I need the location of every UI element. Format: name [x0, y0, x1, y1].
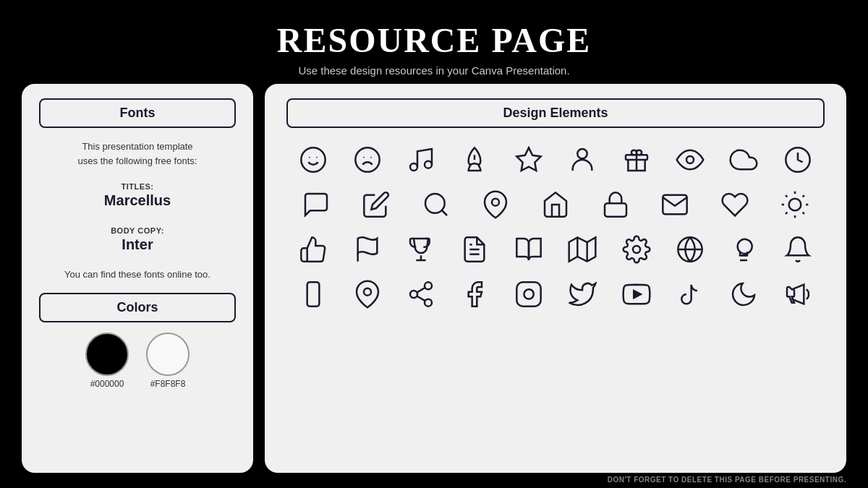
- megaphone-icon: [779, 275, 817, 313]
- settings-icon: [618, 231, 655, 268]
- svg-rect-18: [605, 203, 626, 216]
- home-icon: [537, 186, 574, 223]
- fonts-description: This presentation templateuses the follo…: [39, 140, 236, 168]
- color-swatch-black: [85, 333, 129, 376]
- svg-point-41: [425, 282, 432, 289]
- instagram-icon: [510, 275, 548, 313]
- heart-icon: [716, 186, 754, 223]
- document-icon: [456, 231, 493, 268]
- page-subtitle: Use these design resources in your Canva…: [277, 64, 592, 77]
- svg-point-42: [410, 291, 417, 298]
- facebook-icon: [456, 275, 493, 313]
- svg-line-22: [786, 195, 787, 197]
- star-icon: [510, 141, 548, 179]
- twitter-icon: [563, 275, 601, 313]
- rocket-icon: [456, 141, 493, 179]
- youtube-icon: [618, 275, 655, 313]
- svg-point-5: [370, 157, 372, 158]
- globe-icon: [671, 231, 709, 268]
- page-title: RESOURCE PAGE: [277, 20, 592, 60]
- page-header: RESOURCE PAGE Use these design resources…: [277, 0, 592, 84]
- lightbulb-icon: [725, 231, 762, 268]
- person-icon: [563, 141, 601, 179]
- color-item-black: #000000: [85, 333, 129, 389]
- svg-point-15: [425, 194, 445, 213]
- tiktok-icon: [671, 275, 709, 313]
- music-icon: [402, 141, 440, 179]
- gift-icon: [618, 141, 655, 179]
- svg-point-6: [410, 163, 417, 171]
- svg-point-19: [788, 199, 801, 211]
- svg-line-23: [802, 213, 804, 214]
- location-icon: [349, 275, 386, 313]
- colors-header: Colors: [39, 293, 236, 322]
- book-icon: [510, 231, 548, 268]
- fonts-note: You can find these fonts online too.: [39, 269, 236, 280]
- svg-point-40: [364, 288, 371, 296]
- clock-icon: [779, 141, 817, 179]
- svg-point-43: [425, 299, 432, 307]
- sun-icon: [776, 186, 814, 223]
- svg-point-35: [633, 246, 640, 253]
- color-swatches: #000000 #F8F8F8: [39, 333, 236, 389]
- svg-line-26: [786, 213, 787, 214]
- mail-icon: [656, 186, 694, 223]
- design-elements-header: Design Elements: [286, 98, 825, 128]
- icons-row-3: [286, 231, 825, 268]
- search-icon: [417, 186, 455, 223]
- svg-point-4: [363, 157, 365, 158]
- icons-row-4: [286, 275, 825, 313]
- color-hex-black: #000000: [90, 379, 124, 389]
- bell-icon: [779, 231, 817, 268]
- svg-point-17: [492, 199, 499, 206]
- sad-icon: [349, 141, 386, 179]
- map-icon: [563, 231, 601, 268]
- flag-icon: [349, 231, 386, 268]
- lock-icon: [597, 186, 634, 223]
- trophy-icon: [402, 231, 440, 268]
- svg-line-27: [802, 195, 804, 197]
- icons-grid: [286, 141, 825, 313]
- colors-section: Colors #000000 #F8F8F8: [39, 293, 236, 389]
- body-font-label: BODY COPY:: [111, 226, 164, 235]
- body-font-name: Inter: [39, 236, 236, 253]
- svg-marker-9: [516, 147, 540, 171]
- title-font-name: Marcellus: [39, 192, 236, 209]
- pencil-icon: [357, 186, 395, 223]
- thumbsup-icon: [294, 231, 332, 268]
- footer-note: DON'T FORGET TO DELETE THIS PAGE BEFORE …: [0, 473, 868, 488]
- color-swatch-white: [146, 333, 190, 376]
- left-panel: Fonts This presentation templateuses the…: [22, 84, 253, 473]
- title-font-label: TITLES:: [121, 182, 153, 191]
- chat-icon: [297, 186, 335, 223]
- color-hex-white: #F8F8F8: [150, 379, 186, 389]
- moon-icon: [725, 275, 762, 313]
- svg-point-1: [309, 157, 310, 158]
- eye-icon: [671, 141, 709, 179]
- svg-point-3: [355, 147, 379, 171]
- mobile-icon: [294, 275, 332, 313]
- share-icon: [402, 275, 440, 313]
- svg-point-13: [686, 156, 694, 163]
- cloud-icon: [725, 141, 762, 179]
- right-panel: Design Elements: [265, 84, 846, 473]
- smile-icon: [294, 141, 332, 179]
- svg-line-45: [417, 288, 425, 293]
- main-content: Fonts This presentation templateuses the…: [0, 84, 868, 473]
- icons-row-2: [286, 186, 825, 223]
- svg-line-44: [417, 296, 425, 301]
- svg-rect-46: [516, 282, 540, 306]
- svg-point-0: [302, 147, 326, 171]
- icons-row-1: [286, 141, 825, 179]
- svg-line-16: [441, 210, 446, 215]
- color-item-white: #F8F8F8: [146, 333, 190, 389]
- svg-point-2: [316, 157, 318, 158]
- fonts-header: Fonts: [39, 98, 236, 128]
- title-font-item: TITLES: Marcellus: [39, 179, 236, 209]
- svg-marker-32: [569, 237, 596, 261]
- svg-point-7: [425, 161, 432, 168]
- svg-point-10: [577, 149, 587, 158]
- body-font-item: BODY COPY: Inter: [39, 223, 236, 253]
- svg-marker-48: [634, 291, 641, 298]
- pin-icon: [477, 186, 514, 223]
